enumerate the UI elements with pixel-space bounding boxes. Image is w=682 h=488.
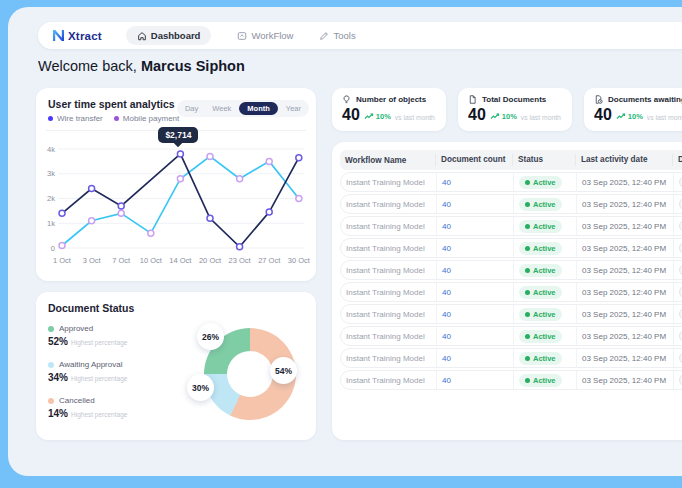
range-option-month[interactable]: Month	[239, 102, 278, 115]
status-legend-percent: 34%Highest percentage	[48, 372, 127, 383]
lightbulb-icon	[342, 95, 351, 104]
range-option-week[interactable]: Week	[206, 102, 237, 115]
nav-item-tools[interactable]: Tools	[319, 30, 355, 41]
table-row[interactable]: Instant Training Model40Active03 Sep 202…	[340, 348, 682, 368]
trend-up-icon	[490, 113, 500, 120]
trend-up-icon	[364, 113, 374, 120]
welcome-heading: Welcome back, Marcus Siphon	[38, 58, 245, 74]
legend-label: Wire transfer	[57, 114, 103, 123]
stat-card-compare: vs last month	[395, 114, 435, 121]
stat-card-trend: 10%	[490, 112, 517, 121]
brand-name: Xtract	[68, 30, 102, 42]
stat-card-trend: 10%	[616, 112, 643, 121]
status-cell: Active	[513, 217, 576, 235]
workflow-name-cell: Instant Training Model	[341, 261, 436, 279]
nav-item-workflow[interactable]: WorkFlow	[237, 30, 293, 41]
home-icon	[137, 31, 147, 41]
workflow-name-cell: Instant Training Model	[341, 327, 436, 345]
workflow-name-cell: Instant Training Model	[341, 283, 436, 301]
status-legend-note: Highest percentage	[71, 375, 127, 382]
table-rows: Instant Training Model40Active03 Sep 202…	[340, 172, 682, 392]
brand-logo[interactable]: Xtract	[52, 29, 102, 42]
svg-text:2k: 2k	[47, 194, 55, 203]
range-option-day[interactable]: Day	[179, 102, 204, 115]
stat-card-value: 40	[594, 106, 612, 124]
range-option-year[interactable]: Year	[280, 102, 307, 115]
analytics-line-chart-svg: 01k2k3k4k1 Oct3 Oct7 Oct10 Oct14 Oct20 O…	[42, 136, 310, 276]
status-legend-head: Awaiting Approval	[48, 360, 127, 369]
column-header-last-activity-date: Last activity date	[575, 154, 672, 166]
table-row[interactable]: Instant Training Model40Active03 Sep 202…	[340, 370, 682, 390]
last-activity-cell: 03 Sep 2025, 12:40 PM	[576, 195, 673, 213]
table-row[interactable]: Instant Training Model40Active03 Sep 202…	[340, 216, 682, 236]
details-cell	[673, 217, 682, 235]
table-row[interactable]: Instant Training Model40Active03 Sep 202…	[340, 172, 682, 192]
svg-text:1k: 1k	[47, 219, 55, 228]
status-legend-note: Highest percentage	[71, 411, 127, 418]
column-header-document-count: Document count	[435, 154, 512, 166]
status-badge: Active	[519, 264, 562, 277]
document-count-cell: 40	[436, 239, 513, 257]
legend-dot	[114, 116, 119, 121]
status-cell: Active	[513, 371, 576, 389]
stat-card-compare: vs last month	[521, 114, 561, 121]
status-cell: Active	[513, 239, 576, 257]
table-row[interactable]: Instant Training Model40Active03 Sep 202…	[340, 238, 682, 258]
workflow-table-card: Workflow NameDocument countStatusLast ac…	[332, 142, 682, 440]
nav-item-label: Tools	[333, 30, 355, 41]
document-status-title: Document Status	[48, 302, 134, 314]
donut-label-30pct: 30%	[187, 374, 214, 401]
workflow-name-cell: Instant Training Model	[341, 173, 436, 191]
status-text: Active	[533, 266, 556, 275]
status-legend-label: Approved	[59, 324, 93, 333]
status-text: Active	[533, 310, 556, 319]
details-cell	[673, 327, 682, 345]
status-legend-dot	[48, 362, 54, 368]
table-header-row: Workflow NameDocument countStatusLast ac…	[340, 150, 682, 170]
details-cell	[673, 371, 682, 389]
status-dot	[525, 312, 530, 317]
legend-item-mobile-payment: Mobile payment	[114, 114, 179, 123]
last-activity-cell: 03 Sep 2025, 12:40 PM	[576, 283, 673, 301]
status-text: Active	[533, 222, 556, 231]
status-text: Active	[533, 200, 556, 209]
details-cell	[673, 173, 682, 191]
workflow-name-cell: Instant Training Model	[341, 195, 436, 213]
svg-text:10 Oct: 10 Oct	[140, 256, 163, 265]
status-legend-dot	[48, 326, 54, 332]
status-legend-percent: 14%Highest percentage	[48, 408, 127, 419]
svg-text:4k: 4k	[47, 145, 55, 154]
analytics-title: User time spent analytics	[48, 98, 175, 110]
status-badge: Active	[519, 308, 562, 321]
svg-text:3k: 3k	[47, 169, 55, 178]
status-legend-head: Approved	[48, 324, 127, 333]
svg-text:3 Oct: 3 Oct	[83, 256, 102, 265]
document-count-cell: 40	[436, 217, 513, 235]
line-chart-area: 01k2k3k4k1 Oct3 Oct7 Oct10 Oct14 Oct20 O…	[42, 136, 310, 276]
status-dot	[525, 356, 530, 361]
stat-card-value-row: 4010%vs last month	[468, 106, 562, 124]
workflow-name-cell: Instant Training Model	[341, 349, 436, 367]
workflow-name-cell: Instant Training Model	[341, 217, 436, 235]
status-badge: Active	[519, 242, 562, 255]
status-badge: Active	[519, 286, 562, 299]
table-row[interactable]: Instant Training Model40Active03 Sep 202…	[340, 260, 682, 280]
svg-text:30 Oct: 30 Oct	[288, 256, 310, 265]
details-cell	[673, 349, 682, 367]
status-dot	[525, 290, 530, 295]
xtract-logo-icon	[52, 29, 65, 42]
status-text: Active	[533, 354, 556, 363]
status-text: Active	[533, 244, 556, 253]
status-badge: Active	[519, 374, 562, 387]
stat-card-compare: vs last month	[647, 114, 682, 121]
table-row[interactable]: Instant Training Model40Active03 Sep 202…	[340, 304, 682, 324]
nav-item-dashboard[interactable]: Dashboard	[126, 26, 212, 45]
table-row[interactable]: Instant Training Model40Active03 Sep 202…	[340, 282, 682, 302]
details-cell	[673, 305, 682, 323]
table-row[interactable]: Instant Training Model40Active03 Sep 202…	[340, 326, 682, 346]
status-legend-note: Highest percentage	[71, 339, 127, 346]
status-cell: Active	[513, 283, 576, 301]
status-legend-item-approved: Approved52%Highest percentage	[48, 324, 127, 347]
table-row[interactable]: Instant Training Model40Active03 Sep 202…	[340, 194, 682, 214]
column-header-workflow-name: Workflow Name	[340, 156, 435, 165]
